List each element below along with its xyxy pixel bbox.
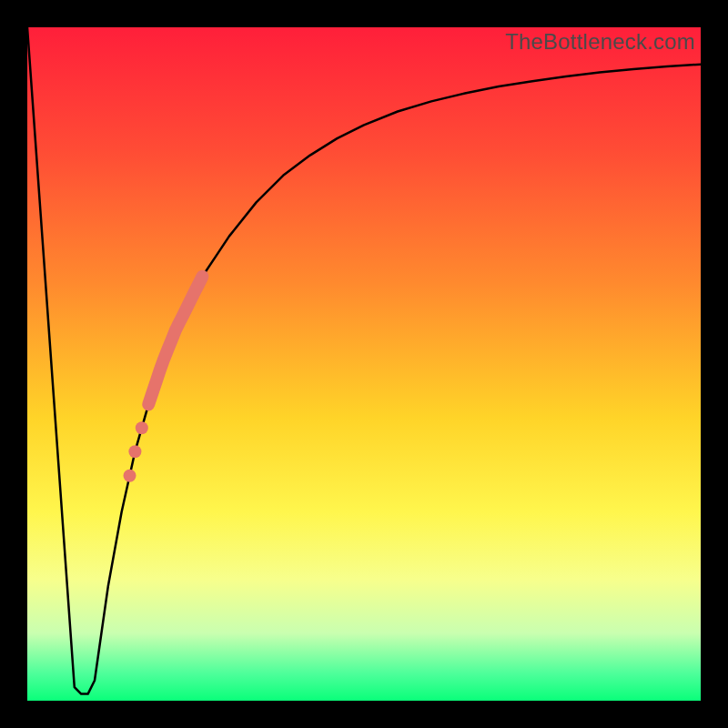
highlight-dot: [124, 470, 136, 482]
highlight-dot: [128, 445, 141, 458]
curve-svg: [27, 27, 701, 701]
watermark-text: TheBottleneck.com: [505, 29, 695, 55]
chart-frame: TheBottleneck.com: [0, 0, 728, 728]
highlight-dots: [124, 421, 148, 482]
plot-area: TheBottleneck.com: [27, 27, 701, 701]
bottleneck-curve: [27, 27, 701, 694]
highlight-segment: [148, 277, 202, 405]
highlight-dot: [136, 421, 148, 434]
